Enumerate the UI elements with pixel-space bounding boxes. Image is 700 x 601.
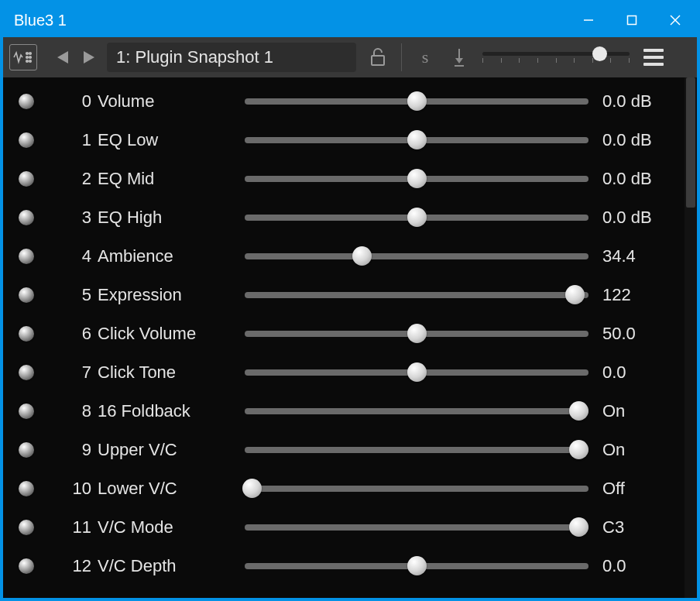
- master-slider-thumb[interactable]: [592, 46, 607, 61]
- param-slider[interactable]: [245, 292, 588, 298]
- param-slider[interactable]: [245, 408, 588, 414]
- param-value[interactable]: 0.0: [602, 556, 675, 576]
- param-slider[interactable]: [245, 253, 588, 259]
- param-indicator-dot[interactable]: [19, 442, 34, 458]
- master-slider-ticks: [482, 58, 630, 63]
- param-slider[interactable]: [245, 176, 588, 182]
- param-indicator-dot[interactable]: [19, 94, 34, 109]
- param-row: 11V/C ModeC3: [3, 508, 685, 547]
- param-slider-thumb[interactable]: [569, 440, 588, 459]
- param-row: 7Click Tone0.0: [3, 353, 685, 392]
- titlebar[interactable]: Blue3 1: [3, 3, 697, 37]
- master-slider[interactable]: [482, 52, 630, 63]
- param-index: 4: [34, 246, 91, 266]
- param-indicator-dot[interactable]: [19, 404, 34, 419]
- param-indicator-dot[interactable]: [19, 249, 34, 264]
- param-value[interactable]: 0.0 dB: [602, 130, 675, 150]
- param-row: 1EQ Low0.0 dB: [3, 121, 685, 160]
- param-slider-thumb[interactable]: [565, 285, 585, 304]
- param-slider-thumb[interactable]: [407, 169, 427, 188]
- param-index: 2: [34, 169, 91, 189]
- param-value[interactable]: 50.0: [602, 324, 675, 344]
- param-slider-thumb[interactable]: [407, 208, 427, 227]
- param-row: 9Upper V/COn: [3, 431, 685, 469]
- svg-point-4: [26, 53, 29, 55]
- param-slider[interactable]: [245, 524, 588, 531]
- param-slider[interactable]: [245, 563, 588, 569]
- param-indicator-dot[interactable]: [19, 481, 34, 496]
- param-indicator-dot[interactable]: [19, 326, 34, 342]
- param-slider[interactable]: [245, 331, 588, 337]
- param-indicator-dot[interactable]: [19, 520, 34, 535]
- svg-point-8: [26, 60, 29, 63]
- param-slider-thumb[interactable]: [407, 324, 427, 343]
- param-indicator-dot[interactable]: [19, 365, 34, 380]
- param-index: 11: [34, 517, 91, 537]
- param-value[interactable]: On: [602, 440, 675, 460]
- param-label: Click Volume: [98, 324, 245, 344]
- scrollbar[interactable]: [685, 77, 697, 598]
- scrollbar-thumb[interactable]: [686, 77, 695, 208]
- param-value[interactable]: On: [602, 401, 675, 421]
- prev-snapshot-button[interactable]: [51, 45, 74, 70]
- param-index: 8: [34, 401, 91, 421]
- param-index: 7: [34, 362, 91, 383]
- param-indicator-dot[interactable]: [19, 210, 34, 225]
- param-label: EQ High: [98, 208, 245, 228]
- param-indicator-dot[interactable]: [19, 132, 34, 148]
- param-label: EQ Mid: [98, 169, 245, 189]
- param-slider[interactable]: [245, 98, 588, 105]
- param-slider-thumb[interactable]: [569, 401, 588, 421]
- maximize-button[interactable]: [610, 3, 654, 37]
- param-slider-thumb[interactable]: [407, 556, 427, 575]
- param-slider[interactable]: [245, 486, 588, 492]
- param-index: 5: [34, 285, 91, 305]
- param-indicator-dot[interactable]: [19, 558, 34, 574]
- param-value[interactable]: C3: [602, 517, 675, 537]
- content-area: 0Volume0.0 dB1EQ Low0.0 dB2EQ Mid0.0 dB3…: [3, 77, 697, 598]
- next-snapshot-button[interactable]: [77, 45, 101, 70]
- param-value[interactable]: 34.4: [602, 246, 675, 266]
- unlock-icon[interactable]: [362, 42, 393, 73]
- param-slider-thumb[interactable]: [352, 246, 372, 266]
- param-value[interactable]: 122: [602, 285, 675, 305]
- param-value[interactable]: Off: [602, 479, 675, 499]
- param-value[interactable]: 0.0 dB: [602, 208, 675, 228]
- svg-marker-15: [455, 58, 463, 64]
- param-slider[interactable]: [245, 369, 588, 376]
- param-value[interactable]: 0.0 dB: [602, 91, 675, 112]
- minimize-button[interactable]: [567, 3, 610, 37]
- param-label: 16 Foldback: [98, 401, 245, 421]
- param-slider[interactable]: [245, 215, 588, 221]
- param-label: Expression: [98, 285, 245, 305]
- param-value[interactable]: 0.0: [602, 362, 675, 383]
- param-slider-thumb[interactable]: [407, 362, 427, 382]
- param-slider[interactable]: [245, 137, 588, 143]
- param-indicator-dot[interactable]: [19, 171, 34, 187]
- waveform-icon[interactable]: [9, 44, 37, 70]
- parameter-list: 0Volume0.0 dB1EQ Low0.0 dB2EQ Mid0.0 dB3…: [3, 77, 685, 598]
- param-label: Volume: [98, 91, 245, 112]
- svg-point-9: [29, 60, 32, 63]
- param-slider[interactable]: [245, 447, 588, 453]
- solo-icon[interactable]: s: [410, 42, 441, 73]
- close-button[interactable]: [654, 3, 697, 37]
- param-slider-thumb[interactable]: [407, 130, 427, 149]
- param-row: 816 FoldbackOn: [3, 392, 685, 431]
- param-label: Upper V/C: [98, 440, 245, 460]
- menu-button[interactable]: [642, 49, 665, 66]
- param-row: 4Ambience34.4: [3, 237, 685, 276]
- param-slider-thumb[interactable]: [407, 91, 427, 111]
- param-indicator-dot[interactable]: [19, 287, 34, 303]
- param-row: 12V/C Depth0.0: [3, 547, 685, 586]
- snapshot-selector[interactable]: 1: Plugin Snapshot 1: [107, 43, 356, 72]
- param-slider-thumb[interactable]: [242, 479, 262, 498]
- param-index: 9: [34, 440, 91, 460]
- app-window: Blue3 1 1: Plugin Snapshot 1: [0, 0, 700, 601]
- param-slider-thumb[interactable]: [569, 517, 588, 537]
- param-row: 2EQ Mid0.0 dB: [3, 160, 685, 198]
- down-arrow-stop-icon[interactable]: [444, 42, 475, 73]
- param-value[interactable]: 0.0 dB: [602, 169, 675, 189]
- param-label: V/C Depth: [98, 556, 245, 576]
- param-label: Ambience: [98, 246, 245, 266]
